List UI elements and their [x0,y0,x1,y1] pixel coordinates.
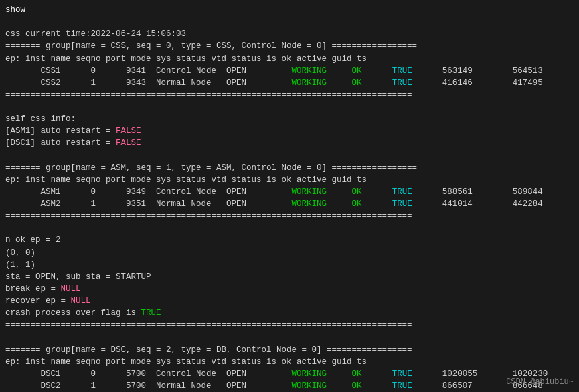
line-blank3 [5,150,574,162]
line-css-group: ======= group[name = CSS, seq = 0, type … [5,40,574,52]
line-css1: CSS1 0 9341 Control Node OPEN WORKING OK… [5,65,574,77]
line-asm-header: ep: inst_name seqno port mode sys_status… [5,174,574,186]
line-pair1a: (0, 0) [5,247,574,259]
watermark: CSDN @abiubiu~ [506,377,574,388]
line-break1: break ep = NULL [5,283,574,295]
line-div1: ========================================… [5,89,574,101]
line-css-time: css current time:2022-06-24 15:06:03 [5,28,574,40]
line-blank2 [5,101,574,113]
line-asm1-restart: [ASM1] auto restart = FALSE [5,125,574,137]
line-crash1: crash process over flag is TRUE [5,307,574,319]
line-dsc-group: ======= group[name = DSC, seq = 2, type … [5,344,574,356]
line-css-header: ep: inst_name seqno port mode sys_status… [5,53,574,65]
line-recover1: recover ep = NULL [5,295,574,307]
line-sta1: sta = OPEN, sub_sta = STARTUP [5,271,574,283]
line-dsc1-restart: [DSC1] auto restart = FALSE [5,137,574,149]
line-pair1b: (1, 1) [5,259,574,271]
line-css2: CSS2 1 9343 Normal Node OPEN WORKING OK … [5,77,574,89]
line-dsc2: DSC2 1 5700 Normal Node OPEN WORKING OK … [5,380,574,392]
line-nokep1: n_ok_ep = 2 [5,234,574,246]
line-asm2: ASM2 1 9351 Normal Node OPEN WORKING OK … [5,198,574,210]
line-asm-group: ======= group[name = ASM, seq = 1, type … [5,162,574,174]
line-div2: ========================================… [5,210,574,222]
line-dsc1: DSC1 0 5700 Control Node OPEN WORKING OK… [5,368,574,380]
line-show: show [5,4,574,16]
terminal-output: show css current time:2022-06-24 15:06:0… [5,4,574,392]
line-asm1: ASM1 0 9349 Control Node OPEN WORKING OK… [5,186,574,198]
line-self-css: self css info: [5,113,574,125]
line-blank1 [5,16,574,28]
line-dsc-header: ep: inst_name seqno port mode sys_status… [5,356,574,368]
line-div3: ========================================… [5,319,574,331]
line-blank5 [5,331,574,343]
line-blank4 [5,222,574,234]
